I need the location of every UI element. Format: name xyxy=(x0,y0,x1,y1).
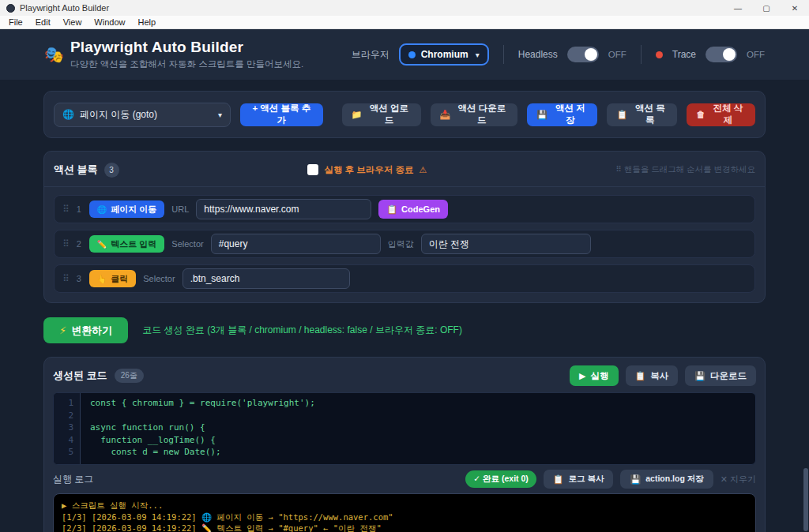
log-line: [2/3] [2026-03-09 14:19:22] ✏️ 텍스트 입력 → … xyxy=(62,523,747,532)
clipboard-icon: 📋 xyxy=(616,110,627,120)
divider xyxy=(503,45,504,64)
browser-select[interactable]: Chromium ▾ xyxy=(399,43,489,66)
add-action-block-button[interactable]: + 액션 블록 추가 xyxy=(240,103,323,126)
convert-button[interactable]: ⚡ 변환하기 xyxy=(43,317,128,343)
action-row-click: ⠿ 3 👆 클릭 Selector .btn_search xyxy=(54,264,755,293)
folder-icon: 📁 xyxy=(352,110,363,120)
close-button[interactable]: ✕ xyxy=(781,0,809,16)
minimize-button[interactable]: — xyxy=(724,0,752,16)
blocks-title: 액션 블록 xyxy=(54,163,98,177)
globe-icon: 🌐 xyxy=(97,205,107,214)
menu-view[interactable]: View xyxy=(58,17,88,28)
action-type-pill: ✏️ 텍스트 입력 xyxy=(89,235,165,253)
drag-handle-icon[interactable]: ⠿ xyxy=(62,204,69,215)
action-upload-button[interactable]: 📁 액션 업로드 xyxy=(342,103,421,126)
line-count-badge: 26줄 xyxy=(115,369,144,383)
warning-icon: ⚠ xyxy=(419,165,427,175)
drag-handle-icon[interactable]: ⠿ xyxy=(62,273,69,284)
clipboard-icon: 📋 xyxy=(553,474,564,485)
bolt-icon: ⚡ xyxy=(59,324,66,336)
action-type-value: 페이지 이동 (goto) xyxy=(80,108,157,122)
row-number: 3 xyxy=(76,274,82,283)
codegen-button[interactable]: 📋 CodeGen xyxy=(378,200,448,219)
app-header: 🎭 Playwright Auto Builder 다양한 액션을 조합해서 자… xyxy=(0,29,809,80)
headless-toggle[interactable] xyxy=(567,47,599,62)
close-browser-checkbox[interactable] xyxy=(307,164,318,175)
headless-label: Headless xyxy=(518,49,558,60)
convert-status: 코드 생성 완료 (3개 블록 / chromium / headless: f… xyxy=(142,324,462,337)
clipboard-icon: 📋 xyxy=(635,371,646,381)
value-label: 입력값 xyxy=(388,238,414,250)
divider xyxy=(44,186,765,187)
action-row-goto: ⠿ 1 🌐 페이지 이동 URL https://www.naver.com 📋… xyxy=(54,195,755,223)
globe-icon: 🌐 xyxy=(62,109,74,120)
copy-code-button[interactable]: 📋 복사 xyxy=(626,365,679,386)
download-code-button[interactable]: 💾 다운로드 xyxy=(685,365,756,386)
action-toolbar: 🌐 페이지 이동 (goto) ▾ + 액션 블록 추가 📁 액션 업로드 📥 … xyxy=(43,91,766,138)
row-number: 2 xyxy=(76,239,82,249)
log-line: ▶ 스크립트 실행 시작... xyxy=(62,500,747,512)
trace-state: OFF xyxy=(747,50,765,59)
action-blocks-panel: 액션 블록 3 실행 후 브라우저 종료 ⚠ ⠿ 핸들을 드래그해 순서를 변경… xyxy=(43,151,766,303)
selector-label: Selector xyxy=(143,274,175,283)
headless-state: OFF xyxy=(608,50,627,59)
action-type-pill: 🌐 페이지 이동 xyxy=(89,200,165,218)
trace-label: Trace xyxy=(672,49,696,60)
drag-handle-icon[interactable]: ⠿ xyxy=(62,238,69,249)
log-line: [1/3] [2026-03-09 14:19:22] 🌐 페이지 이동 → "… xyxy=(62,512,747,524)
run-button[interactable]: ▶ 실행 xyxy=(570,365,618,386)
maximize-button[interactable]: ▢ xyxy=(752,0,781,16)
blocks-count-badge: 3 xyxy=(104,163,119,178)
code-log-panel: 생성된 코드 26줄 ▶ 실행 📋 복사 💾 다운로드 xyxy=(43,357,766,532)
save-log-button[interactable]: 💾 action.log 저장 xyxy=(620,470,713,489)
action-save-button[interactable]: 💾 액션 저장 xyxy=(527,103,597,126)
menu-help[interactable]: Help xyxy=(132,17,161,28)
masks-icon: 🎭 xyxy=(44,45,64,64)
chevron-down-icon: ▾ xyxy=(218,111,222,119)
trash-icon: 🗑 xyxy=(696,110,705,119)
page-subtitle: 다양한 액션을 조합해서 자동화 스크립트를 만들어보세요. xyxy=(70,58,303,70)
exit-status-badge: ✓ 완료 (exit 0) xyxy=(465,470,536,488)
action-type-select[interactable]: 🌐 페이지 이동 (goto) ▾ xyxy=(54,103,231,127)
value-input[interactable]: 이란 전쟁 xyxy=(421,234,591,254)
clipboard-icon: 📋 xyxy=(386,204,397,215)
copy-log-button[interactable]: 📋 로그 복사 xyxy=(544,470,614,489)
save-icon: 💾 xyxy=(694,371,706,381)
action-download-button[interactable]: 📥 액션 다운로드 xyxy=(431,103,518,126)
divider xyxy=(641,45,642,64)
menu-file[interactable]: File xyxy=(3,17,28,28)
vertical-scrollbar[interactable] xyxy=(803,468,808,531)
url-label: URL xyxy=(171,204,189,214)
line-number-gutter: 1 2 3 4 5 xyxy=(54,393,81,464)
action-row-type-text: ⠿ 2 ✏️ 텍스트 입력 Selector #query 입력값 이란 전쟁 xyxy=(54,230,755,258)
download-tray-icon: 📥 xyxy=(440,110,451,120)
app-icon xyxy=(6,4,15,13)
selector-input[interactable]: .btn_search xyxy=(182,268,350,289)
browser-label: 브라우저 xyxy=(352,48,389,62)
trace-dot-icon xyxy=(656,51,663,58)
code-lines: const { chromium } = require('playwright… xyxy=(81,393,315,464)
log-title: 실행 로그 xyxy=(53,473,93,486)
selector-label: Selector xyxy=(171,239,203,249)
menu-window[interactable]: Window xyxy=(88,17,130,28)
trace-toggle[interactable] xyxy=(706,47,737,62)
chevron-down-icon: ▾ xyxy=(476,51,480,59)
window-title: Playwright Auto Builder xyxy=(20,3,109,13)
page-title: Playwright Auto Builder xyxy=(70,39,303,56)
close-browser-label: 실행 후 브라우저 종료 xyxy=(324,164,413,176)
log-output[interactable]: ▶ 스크립트 실행 시작... [1/3] [2026-03-09 14:19:… xyxy=(53,493,756,532)
save-icon: 💾 xyxy=(630,474,641,485)
chromium-dot-icon xyxy=(408,51,416,58)
url-input[interactable]: https://www.naver.com xyxy=(196,199,371,219)
browser-select-value: Chromium xyxy=(421,49,468,60)
drag-hint: ⠿ 핸들을 드래그해 순서를 변경하세요 xyxy=(615,164,755,175)
pointer-icon: 👆 xyxy=(97,275,107,283)
selector-input[interactable]: #query xyxy=(211,234,381,254)
menu-edit[interactable]: Edit xyxy=(30,17,56,28)
action-type-pill: 👆 클릭 xyxy=(89,270,136,287)
menubar: File Edit View Window Help xyxy=(0,16,809,29)
delete-all-button[interactable]: 🗑 전체 삭제 xyxy=(687,103,755,126)
action-list-button[interactable]: 📋 액션 목록 xyxy=(607,103,677,126)
clear-log-button[interactable]: ✕ 지우기 xyxy=(721,474,756,485)
code-editor[interactable]: 1 2 3 4 5 const { chromium } = require('… xyxy=(53,392,756,465)
